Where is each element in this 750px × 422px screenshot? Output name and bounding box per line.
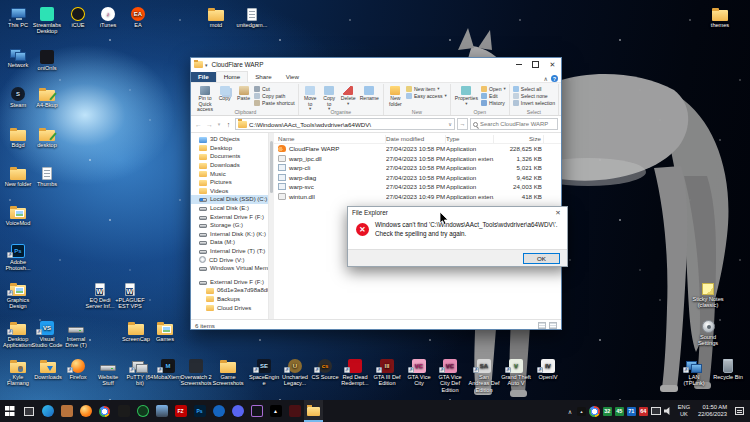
desktop-icon-spaceengine[interactable]: SE↗SpaceEngine [248,356,280,387]
sidebar-item-06d1e3ea7d98a8d08c5652fe[interactable]: 06d1e3ea7d98a8d08c5652fe [191,286,268,295]
desktop-icon-downloads[interactable]: Downloads [32,356,64,380]
taskbar-start-button[interactable] [0,400,19,422]
taskbar-chrome[interactable] [95,400,114,422]
tray-chevron-icon[interactable]: ∧ [566,408,574,415]
ribbon-select-none-button[interactable]: Select none [513,93,555,99]
tray-volume[interactable] [664,407,673,416]
dialog-title-bar[interactable]: File Explorer ✕ [348,207,567,218]
thumbnails-view-icon[interactable] [549,322,557,329]
desktop-icon-graphics-design[interactable]: ↗Graphics Design [2,279,34,310]
ribbon-open-button[interactable]: Open▾ [481,86,506,92]
desktop-icon-grand-theft-auto-v[interactable]: V↗Grand Theft Auto V [500,356,532,387]
taskbar-display-app[interactable] [152,400,171,422]
sidebar-item-local-disk-ssd-c[interactable]: Local Disk (SSD) (C:) [191,195,268,204]
sidebar-item-cloud-drives[interactable]: Cloud Drives [191,303,268,312]
taskbar-file-explorer[interactable] [304,400,323,422]
file-row-wintun-dll[interactable]: wintun.dll27/04/2023 10:49 PMApplication… [274,192,561,202]
desktop-icon-new-folder[interactable]: New folder [2,163,34,187]
tray-tray-temp-45[interactable]: 45 [615,407,624,416]
ribbon-paste-shortcut-button[interactable]: Paste shortcut [254,100,295,106]
desktop-icon-lan-tplink[interactable]: ↗LAN (TPLink) [678,356,710,387]
column-header-name[interactable]: Name [278,135,386,143]
ribbon-edit-button[interactable]: Edit [481,93,506,99]
ribbon-invert-selection-button[interactable]: Invert selection [513,100,555,106]
desktop-icon-gta-vice-city[interactable]: VC↗GTA Vice City [403,356,435,387]
sidebar-item-desktop[interactable]: Desktop [191,144,268,153]
sidebar-item-external-drive-f-f[interactable]: External Drive F (F:) [191,212,268,221]
close-button[interactable]: ✕ [544,58,561,71]
sidebar-item-data-m[interactable]: Data (M:) [191,238,268,247]
taskbar-photoshop[interactable]: Ps [190,400,209,422]
column-header-type[interactable]: Type [446,135,494,143]
ribbon-rename-button[interactable]: Rename [359,85,380,112]
taskbar-task-view[interactable] [19,400,38,422]
desktop-icon-network[interactable]: Network [2,44,34,68]
ribbon-move-to-button[interactable]: Move to▾ [302,85,319,112]
tray-tray-temp-64[interactable]: 64 [639,407,648,416]
file-row-warp-svc[interactable]: warp-svc27/04/2023 10:58 PMApplication24… [274,182,561,192]
sidebar-item-external-drive-f-f[interactable]: External Drive F (F:) [191,278,268,287]
ribbon-properties-button[interactable]: Properties▾ [454,85,479,106]
desktop-icon-thumbs[interactable]: Thumbs [31,163,63,187]
desktop-icon-gta-iii-def-edition[interactable]: III↗GTA III Def Edition [371,356,403,387]
desktop-icon-visual-studio-code[interactable]: VS↗Visual Studio Code [31,318,63,349]
sidebar-item-internal-disk-k-k[interactable]: Internal Disk (K:) (K:) [191,230,268,239]
file-row-warp-diag[interactable]: warp-diag27/04/2023 10:58 PMApplication9… [274,173,561,183]
ribbon-new-item-button[interactable]: New item▾ [406,86,447,92]
back-icon[interactable]: ← [194,121,203,128]
dialog-close-icon[interactable]: ✕ [551,209,565,217]
sidebar-item-local-disk-e[interactable]: Local Disk (E:) [191,204,268,213]
sidebar-item-videos[interactable]: Videos [191,187,268,196]
history-dropdown-icon[interactable]: ▾ [216,121,222,127]
ribbon-new-folder-button[interactable]: New folder [387,85,404,107]
language-indicator[interactable]: ENGUK [676,404,692,417]
desktop-icon-icue[interactable]: iCUE [62,4,94,28]
taskbar-spotify[interactable] [133,400,152,422]
sidebar-item-backups[interactable]: Backups [191,295,268,304]
nav-scrollbar-thumb[interactable] [270,141,273,193]
column-header-date-modified[interactable]: Date modified [386,135,446,143]
action-center-icon[interactable] [735,407,744,415]
taskbar-steelseries[interactable] [114,400,133,422]
minimize-button[interactable] [510,58,527,71]
details-view-icon[interactable] [538,322,546,329]
tray-tray-chrome[interactable] [589,406,600,417]
file-row-warp-cli[interactable]: warp-cli27/04/2023 10:58 PMApplication5,… [274,163,561,173]
desktop-icon-eq-dedi-server-inf[interactable]: EQ Dedi Server Inf... [84,279,116,310]
taskbar-firefox[interactable] [76,400,95,422]
ok-button[interactable]: OK [523,253,560,264]
search-box[interactable] [470,118,558,130]
sidebar-item-music[interactable]: Music [191,169,268,178]
taskbar-wallpaper-app[interactable]: ▲ [266,400,285,422]
desktop-icon-san-andreas-def-edition[interactable]: SA↗San Andreas Def Edition [468,356,500,393]
taskbar-molecule-app[interactable] [247,400,266,422]
desktop-icon-red-dead-redempt[interactable]: ↗Red Dead Redempt... [339,356,371,387]
nav-scrollbar[interactable] [269,133,274,319]
desktop-icon-internal-drive-t[interactable]: Internal Drive (T) [60,318,92,349]
desktop-icon-games[interactable]: Games [149,318,181,342]
desktop-icon-motd[interactable]: motd [200,4,232,28]
sidebar-item-windows-virtual-memory[interactable]: Windows Virtual Memory ( [191,264,268,273]
sidebar-item-documents[interactable]: Documents [191,152,268,161]
tray-tray-temp-32[interactable]: 32 [603,407,612,416]
taskbar-app-dark-red[interactable] [285,400,304,422]
desktop-icon-kyle-flamang[interactable]: Kyle Flamang [2,356,34,387]
desktop-icon-overwatch-2-screenshots[interactable]: Overwatch 2 Screenshots [180,356,212,387]
column-header-size[interactable]: Size [494,135,544,143]
tray-tray-temp-71[interactable]: 71 [627,407,636,416]
desktop-icon-recycle-bin[interactable]: Recycle Bin [712,356,744,380]
sidebar-item-downloads[interactable]: Downloads [191,161,268,170]
desktop-icon-firefox[interactable]: ↗Firefox [62,356,94,380]
desktop-icon-openiv[interactable]: IV↗OpenIV [532,356,564,380]
desktop-icon-game-screenshots[interactable]: Game Screenshots [212,356,244,387]
forward-icon[interactable]: → [205,121,214,128]
desktop-icon-onionls[interactable]: oniOnls [31,47,63,71]
taskbar-filezilla[interactable]: FZ [171,400,190,422]
ribbon-select-all-button[interactable]: Select all [513,86,555,92]
desktop-icon-uncharted-legacy[interactable]: U↗Uncharted Legacy... [279,356,311,387]
desktop-icon-adobe-photosh[interactable]: Ps↗Adobe Photosh... [2,241,34,272]
qat-dropdown-icon[interactable]: ▾ [205,62,208,68]
desktop-icon-cs-source[interactable]: cs↗CS Source [309,356,341,380]
sidebar-item-internal-drive-t-t[interactable]: Internal Drive (T) (T:) [191,247,268,256]
taskbar-globe-app[interactable] [209,400,228,422]
